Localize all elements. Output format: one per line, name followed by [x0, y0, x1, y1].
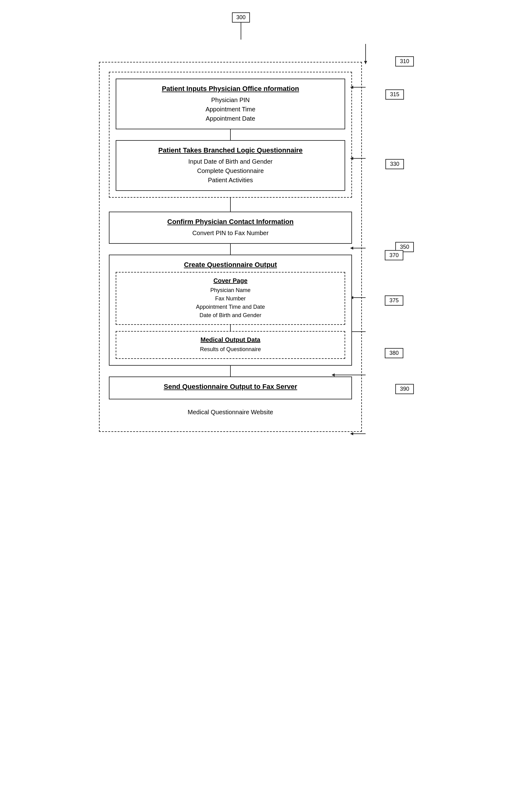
ref-380-box: 380	[385, 348, 403, 358]
ref-300-box: 300	[232, 12, 250, 23]
box2-title: Patient Takes Branched Logic Questionnai…	[122, 146, 338, 154]
connector-3-4	[230, 244, 231, 254]
box3-details: Convert PIN to Fax Number	[116, 228, 345, 238]
svg-marker-1	[364, 61, 367, 64]
diagram-container: 300	[80, 12, 452, 432]
ref-300-line	[241, 23, 241, 40]
svg-marker-15	[350, 432, 353, 435]
connector-4-5	[230, 366, 231, 377]
website-label: Medical Questionnaire Website	[109, 405, 352, 419]
ref-315-box: 315	[385, 90, 404, 100]
svg-marker-7	[350, 247, 353, 250]
box4-title: Create Questionnaire Output	[116, 261, 345, 269]
box1-title: Patient Inputs Physician Office nformati…	[122, 85, 338, 93]
ref-375-box: 375	[385, 296, 403, 306]
svg-marker-13	[331, 374, 335, 377]
box-send-output: Send Questionnaire Output to Fax Server	[109, 377, 352, 399]
box3-title: Confirm Physician Contact Information	[116, 218, 345, 226]
box-branched-logic: Patient Takes Branched Logic Questionnai…	[116, 140, 345, 191]
connector-1-2	[230, 129, 231, 140]
inner-dashed-border: Patient Inputs Physician Office nformati…	[109, 72, 352, 198]
box-patient-inputs: Patient Inputs Physician Office nformati…	[116, 79, 345, 129]
outer-dashed-border: 310 Patient Inputs Physician Office nfor…	[99, 62, 362, 432]
inner-box-medical-output: Medical Output Data Results of Questionn…	[116, 331, 345, 359]
inner-box1-title: Cover Page	[122, 277, 338, 284]
ref-310-box: 310	[395, 56, 414, 67]
inner-box1-details: Physician Name Fax Number Appointment Ti…	[122, 286, 338, 320]
inner-box-cover-page: Cover Page Physician Name Fax Number App…	[116, 272, 345, 325]
ref-370-box: 370	[385, 250, 403, 261]
box1-details: Physician PIN Appointment Time Appointme…	[122, 95, 338, 123]
box-create-output: Create Questionnaire Output 370 Cover Pa…	[109, 254, 352, 366]
ref-390-box: 390	[395, 384, 414, 394]
inner-box2-details: Results of Questionnaire	[122, 345, 338, 354]
ref-330-box: 330	[385, 159, 404, 169]
inner-box2-title: Medical Output Data	[122, 336, 338, 343]
box5-title: Send Questionnaire Output to Fax Server	[116, 383, 345, 391]
box2-details: Input Date of Birth and Gender Complete …	[122, 157, 338, 185]
connector-2-3	[230, 198, 231, 212]
box-confirm-physician: Confirm Physician Contact Information Co…	[109, 212, 352, 244]
inner-connector	[230, 325, 231, 331]
